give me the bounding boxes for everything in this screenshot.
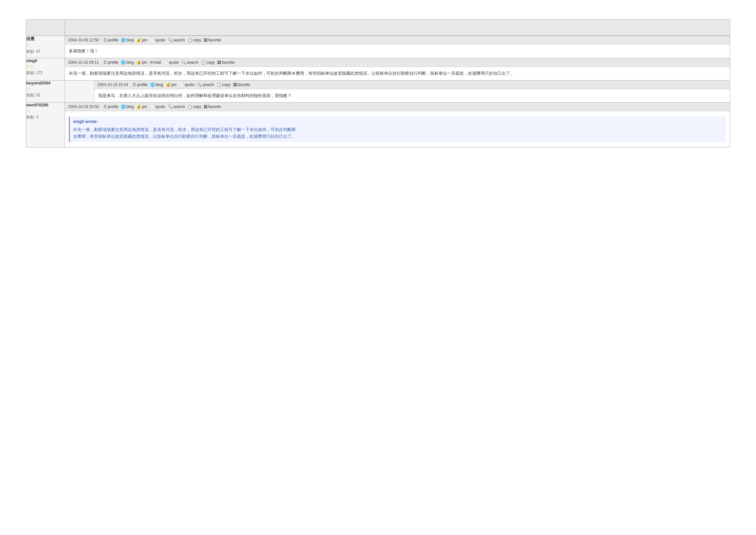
content-cell-beyond2004: 2004-10-19 20:44 🗒 profile 🌐 blog <box>65 80 730 102</box>
pm-icon: 💰 <box>136 38 141 42</box>
favorite-icon: 🖼 <box>217 60 221 65</box>
quote-btn-wen970295[interactable]: 📄 quote <box>150 104 165 109</box>
pm-icon: 💰 <box>136 60 141 65</box>
blog-icon: 🌐 <box>121 60 126 65</box>
quote-block-wen970295: singli wrote: 补充一项，勘察现场要注意周边地质情况，是否有河流，积… <box>69 116 726 142</box>
mail-btn-singli[interactable]: ✉ mail <box>150 60 161 65</box>
blog-icon: 🌐 <box>121 38 126 42</box>
page-wrapper: 佳熹 ☆ 发贴: 47 2004-10-06 12:58 🗒 profile 🌐… <box>0 0 756 167</box>
blog-icon: 🌐 <box>121 104 126 109</box>
header-row <box>26 20 730 36</box>
postcount-wen970295: 发贴: 3 <box>26 115 65 120</box>
beyond2004-nested-left2 <box>65 89 94 102</box>
user-cell-singli: singli ☆☆ 发贴: 172 <box>26 58 65 80</box>
blog-btn-jiamei[interactable]: 🌐 blog <box>121 38 134 42</box>
timestamp-singli: 2004-10-15 09:11 <box>68 60 99 65</box>
pm-btn-beyond2004[interactable]: 💰 pm <box>166 82 177 87</box>
post-row-jiamei: 佳熹 ☆ 发贴: 47 2004-10-06 12:58 🗒 profile 🌐… <box>26 36 730 58</box>
quote-author-wen970295: singli wrote: <box>73 118 723 125</box>
postcount-jiamei: 发贴: 47 <box>26 49 65 54</box>
search-btn-jiamei[interactable]: 🔍 search <box>168 38 185 42</box>
user-cell-wen970295: wen970295 ☆ 发贴: 3 <box>26 102 65 147</box>
post-text-singli: 补充一项，勘察现场要注意周边地质情况，是否有河流，积水，周边有已开挖的工程可了解… <box>65 67 730 80</box>
beyond2004-nested-left <box>65 80 94 89</box>
header-right-cell <box>65 20 730 36</box>
beyond2004-toolbar-row: 2004-10-19 20:44 🗒 profile 🌐 blog <box>65 80 730 89</box>
forum-table: 佳熹 ☆ 发贴: 47 2004-10-06 12:58 🗒 profile 🌐… <box>26 19 730 148</box>
toolbar-wen970295: 2004-10-19 20:50 🗒 profile 🌐 blog 💰 pm <box>65 102 730 111</box>
favorite-icon: 🖼 <box>233 82 237 87</box>
stars-jiamei: ☆ <box>26 42 65 47</box>
blog-btn-singli[interactable]: 🌐 blog <box>121 60 134 65</box>
copy-btn-beyond2004[interactable]: 📋 copy <box>217 82 230 87</box>
copy-icon: 📋 <box>187 104 192 109</box>
blog-icon: 🌐 <box>150 82 155 87</box>
postcount-beyond2004: 发贴: 52 <box>26 93 65 98</box>
post-row-singli: singli ☆☆ 发贴: 172 2004-10-15 09:11 🗒 pro… <box>26 58 730 80</box>
copy-btn-singli[interactable]: 📋 copy <box>201 60 215 65</box>
timestamp-beyond2004: 2004-10-19 20:44 <box>97 82 128 87</box>
profile-btn-singli[interactable]: 🗒 profile <box>103 60 119 65</box>
search-icon: 🔍 <box>168 104 173 109</box>
copy-icon: 📋 <box>201 60 206 65</box>
username-beyond2004: beyond2004 <box>26 80 65 85</box>
beyond2004-content-cell: 我是来鸟，在第八大点上能否在说得在明白些，如何理解和处理建设单位自供材料的报价原… <box>94 89 730 102</box>
postcount-singli: 发贴: 172 <box>26 70 65 76</box>
quote-icon: 📄 <box>164 60 168 65</box>
profile-icon: 🗒 <box>103 60 107 65</box>
timestamp-wen970295: 2004-10-19 20:50 <box>68 104 99 109</box>
favorite-btn-jiamei[interactable]: 🖼 favorite <box>203 38 221 42</box>
copy-icon: 📋 <box>217 82 221 87</box>
stars-wen970295: ☆ <box>26 108 65 113</box>
search-icon: 🔍 <box>181 60 186 65</box>
profile-btn-beyond2004[interactable]: 🗒 profile <box>132 82 148 87</box>
post-text-wen970295: singli wrote: 补充一项，勘察现场要注意周边地质情况，是否有河流，积… <box>65 111 730 147</box>
favorite-icon: 🖼 <box>203 38 207 42</box>
quote-btn-jiamei[interactable]: 📄 quote <box>150 38 165 42</box>
mail-icon: ✉ <box>150 60 153 65</box>
quote-btn-singli[interactable]: 📄 quote <box>164 60 179 65</box>
search-btn-beyond2004[interactable]: 🔍 search <box>197 82 214 87</box>
search-btn-wen970295[interactable]: 🔍 search <box>168 104 185 109</box>
copy-icon: 📋 <box>187 38 192 42</box>
beyond2004-toolbar-cell: 2004-10-19 20:44 🗒 profile 🌐 blog <box>94 80 730 89</box>
quote-icon: 📄 <box>150 104 155 109</box>
post-text-beyond2004: 我是来鸟，在第八大点上能否在说得在明白些，如何理解和处理建设单位自供材料的报价原… <box>94 89 730 102</box>
stars-singli: ☆☆ <box>26 64 65 69</box>
profile-icon: 🗒 <box>103 38 107 42</box>
pm-btn-wen970295[interactable]: 💰 pm <box>136 104 148 109</box>
stars-beyond2004: ☆ <box>26 86 65 91</box>
blog-btn-beyond2004[interactable]: 🌐 blog <box>150 82 163 87</box>
profile-icon: 🗒 <box>103 104 107 109</box>
favorite-btn-wen970295[interactable]: 🖼 favorite <box>203 104 221 109</box>
post-text-jiamei: 多谢指教！顶！ <box>65 44 730 58</box>
username-wen970295: wen970295 <box>26 102 65 107</box>
quote-text2-wen970295: 水费用，有些招标单位故意隐藏此类情况，让投标单位自行勘察自行判断，投标单位一旦疏… <box>73 133 723 140</box>
copy-btn-jiamei[interactable]: 📋 copy <box>187 38 201 42</box>
search-btn-singli[interactable]: 🔍 search <box>181 60 199 65</box>
toolbar-singli: 2004-10-15 09:11 🗒 profile 🌐 blog 💰 pm <box>65 58 730 67</box>
content-cell-singli: 2004-10-15 09:11 🗒 profile 🌐 blog 💰 pm <box>65 58 730 80</box>
header-left-cell <box>26 20 65 36</box>
search-icon: 🔍 <box>197 82 202 87</box>
quote-btn-beyond2004[interactable]: 📄 quote <box>179 82 194 87</box>
user-cell-jiamei: 佳熹 ☆ 发贴: 47 <box>26 36 65 58</box>
pm-icon: 💰 <box>136 104 141 109</box>
favorite-btn-singli[interactable]: 🖼 favorite <box>217 60 234 65</box>
pm-btn-singli[interactable]: 💰 pm <box>136 60 148 65</box>
profile-btn-jiamei[interactable]: 🗒 profile <box>103 38 119 42</box>
toolbar-beyond2004: 2004-10-19 20:44 🗒 profile 🌐 blog <box>94 80 730 89</box>
timestamp-jiamei: 2004-10-06 12:58 <box>68 38 99 42</box>
post-row-wen970295: wen970295 ☆ 发贴: 3 2004-10-19 20:50 🗒 pro… <box>26 102 730 147</box>
content-cell-jiamei: 2004-10-06 12:58 🗒 profile 🌐 blog 💰 pm <box>65 36 730 58</box>
beyond2004-inner-table: 2004-10-19 20:44 🗒 profile 🌐 blog <box>65 80 730 102</box>
blog-btn-wen970295[interactable]: 🌐 blog <box>121 104 134 109</box>
username-jiamei: 佳熹 <box>26 36 65 42</box>
content-cell-wen970295: 2004-10-19 20:50 🗒 profile 🌐 blog 💰 pm <box>65 102 730 147</box>
beyond2004-content-row: 我是来鸟，在第八大点上能否在说得在明白些，如何理解和处理建设单位自供材料的报价原… <box>65 89 730 102</box>
pm-btn-jiamei[interactable]: 💰 pm <box>136 38 148 42</box>
favorite-btn-beyond2004[interactable]: 🖼 favorite <box>233 82 250 87</box>
favorite-icon: 🖼 <box>203 104 207 109</box>
profile-btn-wen970295[interactable]: 🗒 profile <box>103 104 119 109</box>
copy-btn-wen970295[interactable]: 📋 copy <box>187 104 201 109</box>
